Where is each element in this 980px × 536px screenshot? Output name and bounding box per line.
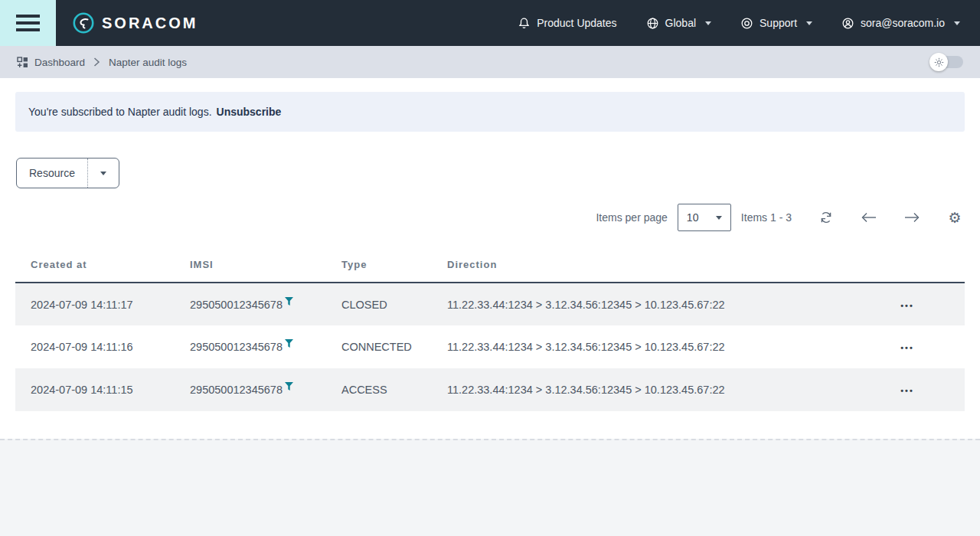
funnel-filter-icon [285,297,293,306]
help-icon [740,17,753,30]
column-header-created-at: Created at [15,248,190,283]
chevron-down-icon [100,172,106,175]
imsi-value: 295050012345678 [190,384,283,396]
breadcrumb-home-label: Dashboard [34,57,85,68]
resource-filter-label: Resource [17,159,87,188]
table-row: 2024-07-09 14:11:17 295050012345678 CLOS… [15,283,965,325]
hamburger-menu-button[interactable] [0,0,56,46]
sun-icon [934,57,944,67]
type-cell: CONNECTED [341,325,447,368]
items-per-page-label: Items per page [596,211,667,224]
imsi-filter-button[interactable] [285,297,293,306]
column-header-type: Type [341,248,447,283]
subscription-banner: You're subscribed to Napter audit logs. … [15,92,965,132]
support-menu-button[interactable]: Support [740,17,812,30]
gear-icon: ⚙ [948,211,961,225]
imsi-filter-button[interactable] [285,339,293,348]
row-actions-button[interactable]: ••• [900,343,914,352]
page-bottom-area [0,439,980,536]
items-per-page-value: 10 [687,211,699,224]
user-icon [841,17,854,30]
created-at-cell: 2024-07-09 14:11:16 [15,325,190,368]
column-header-actions [850,248,965,283]
direction-cell: 11.22.33.44:1234 > 3.12.34.56:12345 > 10… [447,368,850,411]
column-header-imsi: IMSI [190,248,341,283]
row-actions-button[interactable]: ••• [900,301,914,310]
chevron-down-icon [954,21,960,25]
funnel-filter-icon [285,382,293,391]
items-per-page-select[interactable]: 10 [678,204,731,231]
account-menu-button[interactable]: sora@soracom.io [841,17,960,30]
globe-icon [646,17,659,30]
imsi-value: 295050012345678 [190,341,283,353]
type-cell: CLOSED [341,283,447,325]
column-header-direction: Direction [447,248,850,283]
navbar-right: Product Updates Global Support [518,17,960,30]
direction-cell: 11.22.33.44:1234 > 3.12.34.56:12345 > 10… [447,283,850,325]
table-row: 2024-07-09 14:11:16 295050012345678 CONN… [15,325,965,368]
chevron-down-icon [806,21,812,25]
items-range-label: Items 1 - 3 [741,211,792,224]
created-at-cell: 2024-07-09 14:11:15 [15,368,190,411]
soracom-logo[interactable]: SORACOM [73,12,198,34]
refresh-button[interactable] [818,209,835,226]
product-updates-button[interactable]: Product Updates [518,17,616,30]
top-navbar: SORACOM Product Updates Global [0,0,980,46]
chevron-down-icon [705,21,711,25]
breadcrumb: Dashboard Napter audit logs [0,46,980,78]
breadcrumb-current-label: Napter audit logs [109,57,187,68]
soracom-logo-icon [73,12,94,34]
product-updates-label: Product Updates [537,17,616,29]
global-label: Global [665,17,696,29]
created-at-cell: 2024-07-09 14:11:17 [15,283,190,325]
funnel-filter-icon [285,339,293,348]
imsi-value: 295050012345678 [190,299,283,311]
breadcrumb-dashboard-link[interactable]: Dashboard [17,57,85,68]
chevron-down-icon [716,216,722,220]
theme-toggle[interactable] [931,56,963,68]
table-row: 2024-07-09 14:11:15 295050012345678 ACCE… [15,368,965,411]
global-menu-button[interactable]: Global [646,17,711,30]
refresh-icon [819,211,833,224]
dashboard-grid-icon [17,57,28,68]
table-settings-button[interactable]: ⚙ [946,209,963,226]
support-label: Support [760,17,797,29]
account-email: sora@soracom.io [861,17,945,29]
arrow-right-icon [904,212,920,223]
pagination-bar: Items per page 10 Items 1 - 3 ⚙ [0,204,980,231]
arrow-left-icon [861,212,877,223]
resource-filter-dropdown[interactable]: Resource [16,158,119,188]
direction-cell: 11.22.33.44:1234 > 3.12.34.56:12345 > 10… [447,325,850,368]
unsubscribe-button[interactable]: Unsubscribe [217,106,282,118]
subscription-message: You're subscribed to Napter audit logs. [28,106,212,118]
type-cell: ACCESS [341,368,447,411]
table-header-row: Created at IMSI Type Direction [15,248,965,283]
audit-logs-table: Created at IMSI Type Direction 2024-07-0… [15,248,965,411]
bell-icon [518,17,531,30]
chevron-right-icon [93,57,100,67]
next-page-button[interactable] [903,209,920,226]
hamburger-icon [16,15,40,18]
row-actions-button[interactable]: ••• [900,386,914,395]
previous-page-button[interactable] [861,209,877,226]
brand-name: SORACOM [102,15,198,32]
imsi-filter-button[interactable] [285,382,293,391]
